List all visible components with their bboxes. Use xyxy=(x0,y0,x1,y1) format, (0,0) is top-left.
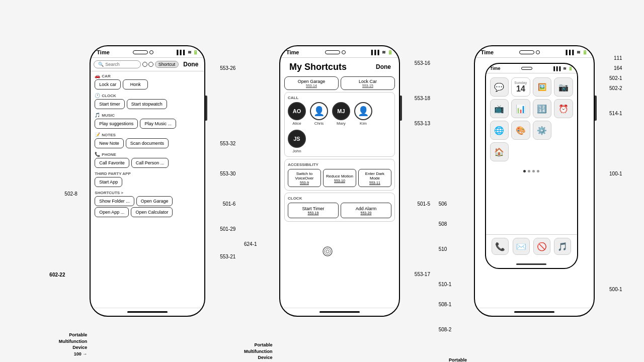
label-100-1: 100-1 xyxy=(609,171,622,176)
app-icon-calendar[interactable]: Sunday 14 xyxy=(511,77,530,97)
app-icon-blank2 xyxy=(511,142,530,161)
avatar-ao[interactable]: AO Alice xyxy=(288,102,306,126)
side-button-1[interactable] xyxy=(205,96,207,121)
home-bar-inner xyxy=(516,263,546,265)
label-508-2: 508-2 xyxy=(439,327,452,332)
lock-car-button[interactable]: Lock car xyxy=(95,79,121,89)
app-icon-home[interactable]: 🏠 xyxy=(490,142,509,161)
phone2-clock-section: CLOCK Start Timer 553-19 Add Alarm 553-2… xyxy=(284,193,395,222)
app-icon-messages[interactable]: 💬 xyxy=(490,77,509,97)
start-timer-shortcut[interactable]: Start Timer 553-19 xyxy=(288,203,339,218)
new-note-button[interactable]: New Note xyxy=(95,138,124,148)
avatar-name-john: John xyxy=(292,149,301,153)
label-508: 508 xyxy=(439,221,447,227)
app-icon-blank xyxy=(554,121,573,140)
section-car: 🚗 CAR Lock car Honk xyxy=(95,73,200,90)
play-music-button[interactable]: Play Music ... xyxy=(140,119,176,129)
app-icon-photos[interactable]: 🖼️ xyxy=(533,77,552,97)
avatar-js[interactable]: JS John xyxy=(288,130,306,153)
app-icon-settings[interactable]: ⚙️ xyxy=(533,121,552,140)
call-section: CALL AO Alice 👤 Chris MJ xyxy=(284,92,395,157)
phone-icon: 📞 xyxy=(95,152,100,157)
section-music: 🎵 MUSIC Play suggestions Play Music ... xyxy=(95,113,200,130)
reduce-motion-button[interactable]: Reduce Motion 553-10 xyxy=(323,169,356,187)
app-icon-blank4 xyxy=(554,142,573,161)
label-111: 111 xyxy=(614,55,622,61)
lock-car-shortcut[interactable]: Lock Car 553-15 xyxy=(341,76,395,90)
phone3-topbar: Time ▌▌▌ ≋ 🔋 xyxy=(475,46,594,58)
call-person-button[interactable]: Call Person ... xyxy=(131,158,169,168)
phone3-inner-time: Time xyxy=(490,66,501,71)
app-icon-clock[interactable]: ⏰ xyxy=(554,99,573,118)
start-app-button[interactable]: Start App xyxy=(95,177,122,187)
dock-no-entry[interactable]: 🚫 xyxy=(533,238,550,255)
clock-icon: 🕐 xyxy=(95,93,100,98)
dark-mode-button[interactable]: Enter Dark Mode 553-11 xyxy=(358,169,391,187)
toggle-circle-1 xyxy=(142,62,147,67)
app-icon-calculator[interactable]: 🔢 xyxy=(533,99,552,118)
search-placeholder: Search xyxy=(105,62,120,67)
app-icon-colors[interactable]: 🎨 xyxy=(511,121,530,140)
label-164: 164 xyxy=(614,65,622,71)
app-dock: 📞 ✉️ 🚫 🎵 xyxy=(486,234,577,258)
phone2-bottom xyxy=(280,308,399,316)
app-row-4: 🏠 xyxy=(490,142,573,161)
done-button-1[interactable]: Done xyxy=(180,60,201,69)
speaker-dot-2 xyxy=(342,50,346,54)
label-501-29: 501-29 xyxy=(220,226,235,232)
phone3-topbar-icons xyxy=(519,50,540,54)
label-device-1: PortableMultifunctionDevice100 → xyxy=(49,332,87,357)
show-folder-button[interactable]: Show Folder ... xyxy=(95,196,134,206)
notes-buttons: New Note Scan documents xyxy=(95,138,200,148)
call-header: CALL xyxy=(288,96,391,100)
shortcuts-header: SHORTCUTS > xyxy=(95,191,200,195)
accessibility-header: ACCESSIBILITY xyxy=(288,162,391,167)
search-input[interactable]: 🔍 Search xyxy=(94,60,140,68)
scan-documents-button[interactable]: Scan documents xyxy=(126,138,169,148)
phone3-inner-topbar: Time ▌▌▌ ≋ 🔋 xyxy=(486,64,577,73)
phone-buttons: Call Favorite Call Person ... xyxy=(95,158,200,168)
music-buttons: Play suggestions Play Music ... xyxy=(95,119,200,129)
label-506: 506 xyxy=(439,201,447,207)
open-app-button[interactable]: Open App ... xyxy=(95,207,129,217)
label-508-1: 508-1 xyxy=(439,302,452,307)
camera-pill xyxy=(133,50,148,54)
honk-button[interactable]: Honk xyxy=(123,79,148,89)
add-alarm-button[interactable]: Add Alarm 553-20 xyxy=(341,203,391,218)
play-suggestions-button[interactable]: Play suggestions xyxy=(95,119,138,129)
label-device-3: PortableMultifunctionDevice100 → xyxy=(439,357,467,362)
dock-music[interactable]: 🎵 xyxy=(554,238,571,255)
dock-mail[interactable]: ✉️ xyxy=(513,238,530,255)
label-510: 510 xyxy=(439,246,447,252)
inner-camera-pill xyxy=(521,67,532,70)
svg-point-1 xyxy=(325,248,331,254)
start-timer-button[interactable]: Start timer xyxy=(95,99,125,109)
home-bar-3 xyxy=(514,311,554,313)
camera-pill-3 xyxy=(519,50,534,54)
dock-phone[interactable]: 📞 xyxy=(492,238,509,255)
side-button-3[interactable] xyxy=(595,96,597,121)
avatar-kim[interactable]: 👤 Kim xyxy=(354,102,372,126)
phone3-status: ▌▌▌ ≋ 🔋 xyxy=(566,50,588,55)
avatar-chris[interactable]: 👤 Chris xyxy=(310,102,328,126)
avatar-mj[interactable]: MJ Mary xyxy=(332,102,350,126)
clock-buttons: Start timer Start stopwatch xyxy=(95,99,200,109)
open-garage-shortcut[interactable]: Open Garage 553-14 xyxy=(284,76,339,90)
app-icon-tv[interactable]: 📺 xyxy=(490,99,509,118)
section-thirdparty: THIRD PARTY APP Start App xyxy=(95,171,200,188)
open-calculator-button[interactable]: Open Calculator xyxy=(131,207,173,217)
phone1-time: Time xyxy=(97,49,109,55)
call-favorite-button[interactable]: Call Favorite xyxy=(95,158,129,168)
phone-3-wrapper: Time ▌▌▌ ≋ 🔋 Time xyxy=(474,45,595,317)
start-stopwatch-button[interactable]: Start stopwatch xyxy=(127,99,167,109)
side-button-2[interactable] xyxy=(400,96,402,121)
search-icon: 🔍 xyxy=(98,62,104,67)
app-icon-stocks[interactable]: 📊 xyxy=(511,99,530,118)
voiceover-button[interactable]: Switch to VoiceOver 553-9 xyxy=(288,169,321,187)
phone1-topbar: Time ▌▌▌ ≋ 🔋 xyxy=(91,46,204,58)
done-button-2[interactable]: Done xyxy=(373,62,394,71)
app-icon-safari[interactable]: 🌐 xyxy=(490,121,509,140)
app-row-3: 🌐 🎨 ⚙️ xyxy=(490,121,573,140)
open-garage-button[interactable]: Open Garage xyxy=(136,196,173,206)
app-icon-camera[interactable]: 📷 xyxy=(554,77,573,97)
